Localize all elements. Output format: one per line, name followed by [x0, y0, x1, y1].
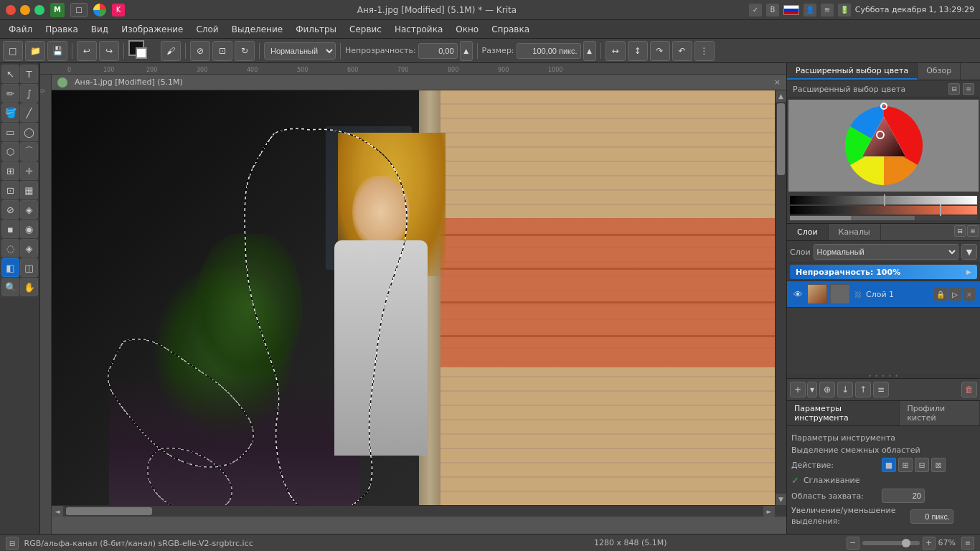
menu-help[interactable]: Справка: [486, 23, 535, 36]
color-slider-bw[interactable]: [790, 196, 977, 204]
move-tool[interactable]: ✛: [20, 161, 38, 180]
action-add[interactable]: ⊞: [898, 458, 913, 472]
tab-overview[interactable]: Обзор: [918, 63, 961, 80]
ellipse-select-tool[interactable]: ◯: [20, 123, 38, 141]
layer-filter-button[interactable]: ▼: [961, 244, 977, 260]
action-intersect[interactable]: ⊠: [931, 458, 946, 472]
browser-icon[interactable]: [93, 4, 106, 17]
gradient-tool[interactable]: ▦: [20, 181, 38, 199]
action-replace[interactable]: ■: [882, 458, 896, 472]
layers-menu-button[interactable]: ≡: [967, 225, 979, 237]
action-subtract[interactable]: ⊟: [915, 458, 929, 472]
vertical-scrollbar[interactable]: ▲ ▼: [775, 90, 786, 505]
similar-selection-tool[interactable]: ◫: [20, 258, 38, 277]
close-button[interactable]: [6, 5, 16, 15]
background-color[interactable]: [136, 47, 147, 59]
layer-collapse-button[interactable]: ▷: [948, 288, 961, 301]
v-scroll-up[interactable]: ▲: [776, 90, 786, 102]
undo-button[interactable]: ↩: [77, 41, 97, 61]
rotate-ccw-button[interactable]: ↶: [672, 41, 692, 61]
layers-config-button[interactable]: ⊟: [954, 225, 966, 237]
h-scroll-left[interactable]: ◄: [52, 506, 63, 517]
size-input[interactable]: [517, 43, 581, 59]
duplicate-layer-button[interactable]: ⊕: [819, 382, 835, 397]
tab-brush-profiles[interactable]: Профили кистей: [900, 401, 980, 425]
layer-item-1[interactable]: 👁 ⛓ Слой 1 🔒 ▷ ×: [787, 281, 980, 308]
menu-tools[interactable]: Сервис: [344, 23, 387, 36]
line-tool[interactable]: ╱: [20, 103, 38, 122]
ellipse-selection-tool[interactable]: ◉: [20, 220, 38, 238]
taskbar-app1[interactable]: □: [70, 3, 88, 17]
rect-selection-tool[interactable]: ▪: [1, 220, 19, 238]
wrap-button[interactable]: ↻: [235, 41, 255, 61]
minimize-button[interactable]: [20, 5, 30, 15]
grow-input[interactable]: [910, 509, 953, 524]
blend-mode-dropdown[interactable]: Нормальный: [264, 42, 336, 60]
rectangle-select-tool[interactable]: ▭: [1, 123, 19, 141]
opacity-expand[interactable]: ▶: [966, 268, 971, 276]
zoom-out-button[interactable]: −: [847, 537, 859, 550]
opacity-input[interactable]: [418, 43, 458, 59]
magnetic-selection-tool[interactable]: ◈: [20, 239, 38, 258]
palette-swatch3[interactable]: [915, 216, 977, 220]
new-document-button[interactable]: □: [3, 41, 23, 61]
eyedropper-tool[interactable]: ⊘: [1, 200, 19, 219]
layer-lock-button[interactable]: 🔒: [934, 288, 947, 301]
smart-patch-tool[interactable]: ◈: [20, 200, 38, 219]
zoom-slider[interactable]: [862, 541, 920, 545]
layer-delete-icon[interactable]: ×: [963, 288, 976, 301]
add-layer-button[interactable]: +: [790, 382, 806, 397]
horizontal-scrollbar[interactable]: ◄ ►: [52, 505, 775, 517]
text-tool[interactable]: T: [20, 65, 38, 83]
color-slider-hue[interactable]: [790, 206, 977, 215]
move-layer-up-button[interactable]: ↑: [855, 382, 871, 397]
layer-visibility-toggle[interactable]: 👁: [791, 288, 804, 301]
v-scroll-down[interactable]: ▼: [776, 494, 786, 505]
image-canvas[interactable]: [52, 90, 786, 517]
color-config-button[interactable]: ⊟: [948, 83, 960, 95]
zoom-in-button[interactable]: +: [923, 537, 936, 550]
settings-button[interactable]: ⋮: [694, 41, 715, 61]
delete-layer-button[interactable]: 🗑: [961, 382, 977, 397]
menu-layer[interactable]: Слой: [190, 23, 224, 36]
maximize-button[interactable]: [34, 5, 44, 15]
tab-advanced-color[interactable]: Расширенный выбор цвета: [787, 63, 918, 80]
zoom-tool[interactable]: 🔍: [1, 278, 19, 296]
paint-bucket-tool[interactable]: 🪣: [1, 103, 19, 122]
menu-filter[interactable]: Фильтры: [290, 23, 342, 36]
foreground-color[interactable]: [128, 40, 144, 56]
capture-input[interactable]: [882, 489, 925, 503]
layer-blend-mode[interactable]: Нормальный: [814, 244, 958, 260]
status-home-button[interactable]: ⊟: [6, 537, 19, 550]
palette-swatch1[interactable]: [790, 216, 852, 220]
menu-image[interactable]: Изображение: [116, 23, 189, 36]
v-scroll-thumb[interactable]: [777, 103, 785, 175]
flip-v-button[interactable]: ↕: [628, 41, 648, 61]
canvas-content[interactable]: Аня-1.jpg [Modified] (5.1M) ×: [52, 75, 786, 517]
menu-file[interactable]: Файл: [3, 23, 38, 36]
h-scroll-right[interactable]: ►: [763, 506, 775, 517]
color-close-button[interactable]: ≡: [963, 83, 974, 95]
menu-select[interactable]: Выделение: [226, 23, 288, 36]
menu-settings[interactable]: Настройка: [389, 23, 448, 36]
status-settings-button[interactable]: ≡: [961, 537, 974, 550]
color-selector[interactable]: [128, 40, 150, 62]
flip-h-button[interactable]: ↔: [606, 41, 626, 61]
menu-view[interactable]: Вид: [85, 23, 114, 36]
bezier-tool[interactable]: ⌒: [20, 142, 38, 161]
tab-tool-options[interactable]: Параметры инструмента: [787, 401, 900, 425]
h-scroll-thumb[interactable]: [66, 507, 152, 515]
palette-swatch2[interactable]: [852, 216, 914, 220]
select-arrow-tool[interactable]: ↖: [1, 65, 19, 83]
freehand-brush-tool[interactable]: ✏: [1, 84, 19, 103]
crop-tool[interactable]: ⊡: [1, 181, 19, 199]
opacity-bar[interactable]: Непрозрачность: 100% ▶: [790, 265, 977, 279]
rotate-button[interactable]: ↷: [650, 41, 670, 61]
opacity-up-button[interactable]: ▲: [460, 41, 473, 61]
calligraphy-tool[interactable]: ∫: [20, 84, 38, 103]
menu-window[interactable]: Окно: [450, 23, 484, 36]
mirror-button[interactable]: ⊡: [212, 41, 232, 61]
layer-properties-button[interactable]: ≡: [873, 382, 889, 397]
redo-button[interactable]: ↪: [99, 41, 119, 61]
freehand-selection-tool[interactable]: ◌: [1, 239, 19, 258]
